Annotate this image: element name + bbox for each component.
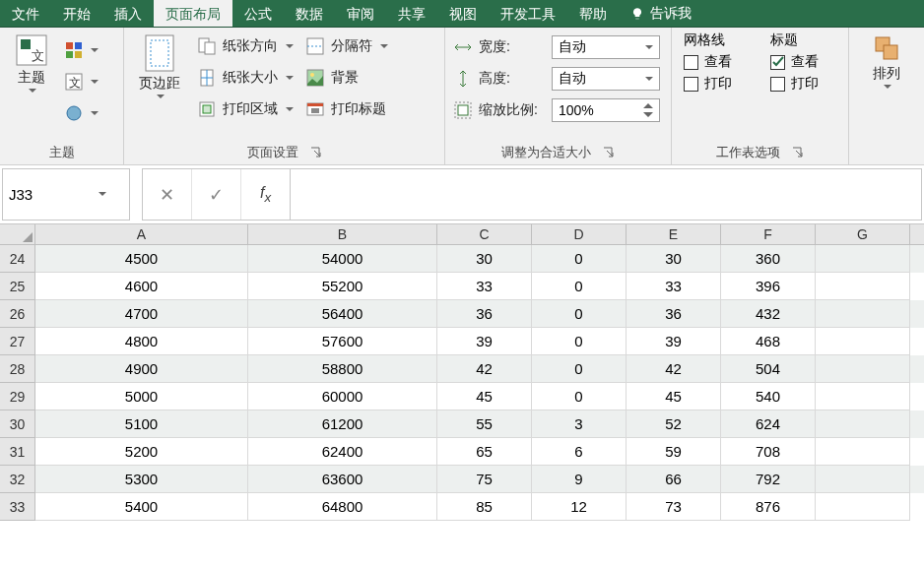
dialog-launcher-icon[interactable] <box>603 147 615 158</box>
gridlines-print-checkbox[interactable]: 打印 <box>684 75 753 93</box>
cell[interactable]: 57600 <box>248 328 437 355</box>
cell[interactable]: 0 <box>532 355 627 383</box>
tab-data[interactable]: 数据 <box>284 0 335 27</box>
theme-colors-button[interactable] <box>61 35 102 65</box>
cell[interactable] <box>816 438 910 466</box>
cell[interactable]: 360 <box>721 245 816 273</box>
cell[interactable]: 624 <box>721 410 816 438</box>
cell[interactable]: 504 <box>721 355 816 383</box>
orientation-button[interactable]: 纸张方向 <box>193 32 297 61</box>
cell[interactable]: 792 <box>721 466 816 493</box>
dialog-launcher-icon[interactable] <box>792 147 804 158</box>
cell[interactable]: 0 <box>532 383 627 410</box>
column-header[interactable]: F <box>721 224 816 244</box>
tab-view[interactable]: 视图 <box>437 0 489 27</box>
themes-button[interactable]: 文 主题 <box>6 32 57 95</box>
cell[interactable]: 4900 <box>35 355 248 383</box>
chevron-down-icon[interactable] <box>92 192 113 197</box>
print-area-button[interactable]: 打印区域 <box>193 95 297 124</box>
column-header[interactable]: G <box>816 224 910 244</box>
cell[interactable]: 55 <box>437 410 532 438</box>
cell[interactable]: 33 <box>627 273 721 300</box>
tab-review[interactable]: 审阅 <box>335 0 386 27</box>
print-titles-button[interactable]: 打印标题 <box>301 95 392 124</box>
tab-help[interactable]: 帮助 <box>567 0 619 27</box>
cell[interactable]: 85 <box>437 493 532 521</box>
cell[interactable]: 708 <box>721 438 816 466</box>
cell[interactable]: 45 <box>627 383 721 410</box>
cell[interactable]: 396 <box>721 273 816 300</box>
cell[interactable]: 4500 <box>35 245 248 273</box>
name-box-input[interactable] <box>3 186 92 203</box>
row-header[interactable]: 31 <box>0 438 35 466</box>
cell[interactable] <box>816 466 910 493</box>
cell[interactable]: 30 <box>627 245 721 273</box>
cell[interactable]: 30 <box>437 245 532 273</box>
arrange-button[interactable]: 排列 <box>862 32 911 92</box>
cell[interactable]: 52 <box>627 410 721 438</box>
cell[interactable]: 63600 <box>248 466 437 493</box>
name-box[interactable] <box>2 168 130 221</box>
cell[interactable]: 432 <box>721 300 816 328</box>
cell[interactable] <box>816 328 910 355</box>
cell[interactable]: 5200 <box>35 438 248 466</box>
column-header[interactable]: B <box>248 224 437 244</box>
cell[interactable]: 5000 <box>35 383 248 410</box>
cell[interactable] <box>816 383 910 410</box>
cell[interactable]: 75 <box>437 466 532 493</box>
row-header[interactable]: 24 <box>0 245 35 273</box>
tab-formulas[interactable]: 公式 <box>232 0 284 27</box>
cell[interactable]: 36 <box>437 300 532 328</box>
cell[interactable]: 33 <box>437 273 532 300</box>
column-header[interactable]: D <box>532 224 627 244</box>
tab-developer[interactable]: 开发工具 <box>489 0 567 27</box>
theme-effects-button[interactable] <box>61 98 102 128</box>
cell[interactable]: 540 <box>721 383 816 410</box>
cell[interactable]: 39 <box>437 328 532 355</box>
column-header[interactable]: C <box>437 224 532 244</box>
cell[interactable] <box>816 355 910 383</box>
cell[interactable]: 56400 <box>248 300 437 328</box>
column-header[interactable]: E <box>627 224 721 244</box>
cell[interactable]: 42 <box>627 355 721 383</box>
row-header[interactable]: 26 <box>0 300 35 328</box>
paper-size-button[interactable]: 纸张大小 <box>193 63 297 93</box>
cell[interactable]: 60000 <box>248 383 437 410</box>
row-header[interactable]: 33 <box>0 493 35 521</box>
cell[interactable]: 4700 <box>35 300 248 328</box>
cell[interactable]: 65 <box>437 438 532 466</box>
gridlines-view-checkbox[interactable]: 查看 <box>684 53 753 71</box>
width-combo[interactable]: 自动 <box>552 35 660 59</box>
cell[interactable]: 61200 <box>248 410 437 438</box>
enter-button[interactable]: ✓ <box>192 169 241 220</box>
cell[interactable]: 59 <box>627 438 721 466</box>
row-header[interactable]: 27 <box>0 328 35 355</box>
cell[interactable]: 5100 <box>35 410 248 438</box>
scale-spinner[interactable]: 100% <box>552 98 660 122</box>
cell[interactable]: 0 <box>532 328 627 355</box>
breaks-button[interactable]: 分隔符 <box>301 32 392 61</box>
cell[interactable]: 39 <box>627 328 721 355</box>
headings-view-checkbox[interactable]: 查看 <box>770 53 839 71</box>
row-header[interactable]: 25 <box>0 273 35 300</box>
cell[interactable]: 6 <box>532 438 627 466</box>
cell[interactable]: 3 <box>532 410 627 438</box>
row-header[interactable]: 30 <box>0 410 35 438</box>
cell[interactable]: 58800 <box>248 355 437 383</box>
cell[interactable]: 0 <box>532 245 627 273</box>
tab-share[interactable]: 共享 <box>386 0 437 27</box>
cell[interactable] <box>816 245 910 273</box>
cell[interactable]: 5400 <box>35 493 248 521</box>
cancel-button[interactable]: ✕ <box>143 169 192 220</box>
cell[interactable] <box>816 410 910 438</box>
cell[interactable]: 64800 <box>248 493 437 521</box>
cell[interactable]: 73 <box>627 493 721 521</box>
cell[interactable]: 5300 <box>35 466 248 493</box>
cell[interactable]: 42 <box>437 355 532 383</box>
cell[interactable]: 55200 <box>248 273 437 300</box>
cell[interactable]: 4600 <box>35 273 248 300</box>
cell[interactable] <box>816 273 910 300</box>
theme-fonts-button[interactable]: 文 <box>61 67 102 96</box>
insert-function-button[interactable]: fx <box>241 169 291 220</box>
row-header[interactable]: 29 <box>0 383 35 410</box>
